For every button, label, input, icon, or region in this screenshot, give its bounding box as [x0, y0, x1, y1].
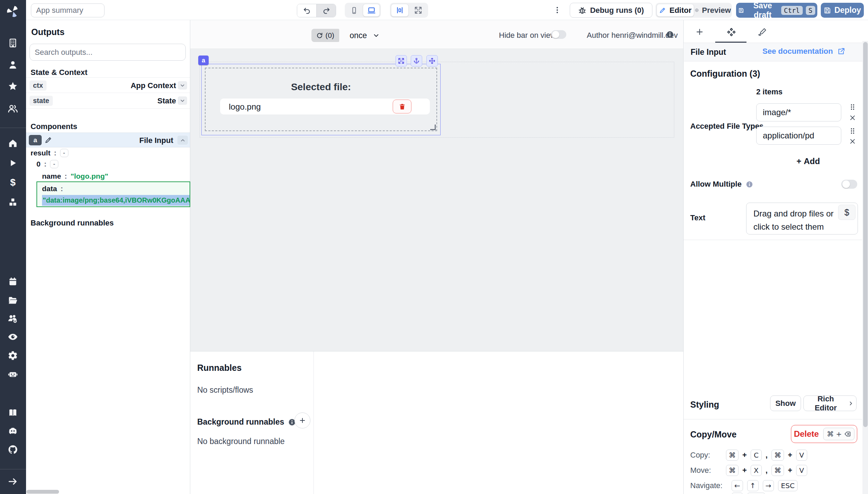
kbd-chip-partial — [747, 493, 765, 494]
component-settings-panel: File Input See documentation Configurati… — [683, 20, 868, 494]
center-layout-button[interactable] — [391, 4, 409, 17]
undo-button[interactable] — [297, 4, 316, 17]
schedules-calendar-icon[interactable] — [8, 277, 18, 287]
components-title: Components — [31, 122, 77, 131]
layout-toggle-group — [390, 3, 428, 18]
tree-row-result: result : - — [31, 148, 68, 158]
component-id-badge-canvas[interactable]: a — [198, 56, 209, 65]
accepted-type-input-1[interactable] — [756, 103, 841, 121]
debug-runs-button[interactable]: Debug runs (0) — [570, 3, 652, 18]
dollar-glyph: $ — [844, 207, 849, 218]
folders-icon[interactable] — [8, 295, 18, 306]
add-accepted-type-button[interactable]: + Add — [796, 156, 820, 166]
redo-button[interactable] — [316, 4, 336, 17]
runs-play-icon[interactable] — [8, 158, 18, 168]
refresh-all-button[interactable]: (0) — [311, 29, 339, 42]
remove-file-trash-button[interactable] — [393, 100, 411, 113]
docs-book-icon[interactable] — [8, 408, 18, 418]
remove-type-2-close-icon[interactable] — [849, 138, 856, 145]
see-documentation-link[interactable]: See documentation — [762, 47, 845, 56]
variables-dollar-icon[interactable]: $ — [10, 177, 16, 188]
resources-cubes-icon[interactable] — [8, 197, 18, 207]
desktop-view-button[interactable] — [363, 4, 380, 17]
text-value-field[interactable]: Drag and drop files or click to select t… — [746, 203, 858, 235]
component-anchor-button[interactable] — [411, 55, 422, 67]
show-label: Show — [775, 399, 796, 408]
app-summary-input[interactable] — [31, 3, 105, 17]
chevron-right-icon — [848, 400, 854, 407]
state-context-title: State & Context — [31, 68, 87, 77]
state-row[interactable]: state State — [26, 93, 190, 109]
allow-multiple-toggle[interactable] — [841, 180, 857, 189]
component-expand-button[interactable] — [395, 55, 407, 67]
settings-gear-icon[interactable] — [8, 350, 18, 361]
component-collapse-chevron-up-icon[interactable] — [177, 136, 188, 145]
component-row-file-input[interactable]: a File Input — [26, 133, 190, 147]
tree-key-data: data — [42, 185, 57, 193]
styling-show-button[interactable]: Show — [770, 395, 801, 411]
section-divider — [684, 240, 862, 240]
ai-robot-icon[interactable] — [8, 369, 18, 380]
resize-handle[interactable] — [430, 125, 436, 130]
rich-editor-button[interactable]: Rich Editor — [803, 395, 857, 411]
expand-sidebar-arrow-icon[interactable] — [8, 476, 18, 487]
allow-multiple-info-icon[interactable] — [746, 181, 753, 188]
hide-bar-toggle[interactable] — [551, 30, 566, 39]
collapse-result-button[interactable]: - — [60, 149, 68, 157]
refresh-mode-dropdown[interactable]: once — [350, 29, 380, 42]
drag-handle-icon-1[interactable] — [848, 103, 857, 111]
groups-users-icon[interactable] — [7, 103, 18, 114]
accepted-type-input-2[interactable] — [756, 127, 841, 145]
plus-glyph: + — [788, 451, 792, 460]
workspace-building-icon[interactable] — [8, 38, 18, 48]
tab-preview[interactable]: Preview — [695, 4, 731, 17]
github-icon[interactable] — [8, 444, 18, 455]
windmill-logo[interactable] — [6, 4, 20, 19]
accepted-file-types-label: Accepted File Types — [690, 122, 763, 131]
more-options-kebab-icon[interactable] — [552, 5, 562, 15]
rail-divider — [0, 469, 26, 469]
drag-handle-icon-2[interactable] — [848, 127, 857, 135]
collapse-0-button[interactable]: - — [50, 160, 58, 168]
state-type-label: State — [157, 96, 176, 105]
add-label: Add — [804, 156, 820, 166]
audit-eye-icon[interactable] — [8, 332, 18, 342]
app-canvas[interactable]: Selected file: logo.png a — [190, 49, 683, 351]
tree-colon: : — [54, 148, 56, 157]
connect-dollar-button[interactable]: $ — [838, 205, 856, 220]
tab-component-settings-icon[interactable] — [726, 27, 736, 37]
kbd-esc: ESC — [778, 480, 797, 491]
mobile-view-button[interactable] — [346, 4, 362, 17]
component-type-label: File Input — [139, 136, 173, 145]
discord-icon[interactable] — [8, 426, 18, 436]
author-info-icon[interactable] — [666, 31, 674, 39]
fullwidth-layout-button[interactable] — [409, 4, 427, 17]
delete-component-button[interactable]: Delete ⌘ + — [791, 425, 857, 443]
component-move-button[interactable] — [426, 55, 438, 67]
tab-theme-brush-icon[interactable] — [757, 27, 767, 37]
remove-type-1-close-icon[interactable] — [849, 114, 856, 121]
selected-file-name: logo.png — [229, 102, 261, 112]
workers-icon[interactable] — [7, 313, 18, 324]
state-chevron-down-icon[interactable] — [178, 96, 187, 105]
ctx-row[interactable]: ctx App Context — [26, 77, 190, 93]
home-icon[interactable] — [8, 138, 18, 148]
edit-component-pencil-icon[interactable] — [44, 136, 52, 144]
preview-target-icon — [695, 7, 699, 14]
favorites-star-icon[interactable] — [8, 81, 18, 92]
user-icon[interactable] — [8, 60, 18, 70]
vertical-scrollbar-thumb[interactable] — [863, 42, 868, 427]
search-out puts-input[interactable] — [30, 44, 186, 61]
selected-component-file-input[interactable]: Selected file: logo.png — [201, 64, 441, 135]
add-background-runnable-button[interactable] — [294, 412, 310, 428]
vertical-scrollbar-track[interactable] — [862, 41, 868, 494]
tab-editor[interactable]: Editor — [657, 4, 694, 17]
tab-insert-plus-icon[interactable] — [695, 27, 704, 37]
deploy-button[interactable]: Deploy — [821, 3, 864, 18]
ctx-chevron-down-icon[interactable] — [178, 81, 187, 90]
tree-data-selected-box[interactable]: data : "data:image/png;base64,iVBORw0KGg… — [36, 181, 190, 207]
shortcut-row-partial — [690, 493, 765, 494]
save-draft-button[interactable]: Save draft Ctrl S — [736, 3, 817, 18]
horizontal-scrollbar-thumb[interactable] — [26, 490, 59, 494]
save-draft-label: Save draft — [747, 1, 778, 20]
